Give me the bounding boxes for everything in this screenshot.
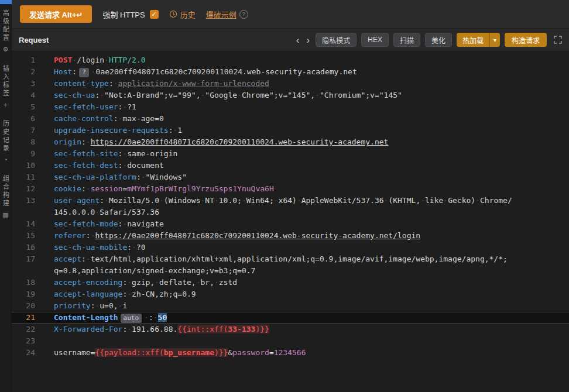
editor-row[interactable]: 17accept:·text/html,application/xhtml+xm…	[12, 253, 569, 265]
inline-badge[interactable]: ?	[79, 68, 89, 77]
chevron-left-icon[interactable]: ‹	[295, 35, 301, 45]
editor-row[interactable]: 145.0.0.0·Safari/537.36	[12, 207, 569, 218]
hot-reload-label: 热加载	[457, 35, 489, 45]
code-segment: sec-fetch-dest	[54, 161, 118, 170]
editor-row[interactable]: 9sec-fetch-site:·same-origin	[12, 148, 569, 160]
editor-row[interactable]: 4sec-ch-ua:·"Not:A-Brand";v="99",·"Googl…	[12, 90, 569, 101]
editor-row[interactable]: 19accept-language:·zh-CN,zh;q=0.9	[12, 288, 569, 300]
editor-row[interactable]: 15referer:·https://0ae200ff048071c6820c7…	[12, 230, 569, 242]
editor-row[interactable]: 22X-Forwarded-For:·191.66.88.{{int::xff(…	[12, 324, 569, 335]
code-segment: document	[127, 161, 164, 170]
line-number: 7	[12, 125, 42, 136]
code-segment: accept-encoding	[54, 278, 122, 287]
code-segment: HTTP/2.0	[109, 56, 146, 64]
force-https-toggle[interactable]: 强制 HTTPS ✓	[102, 9, 158, 20]
editor-row[interactable]: 20priority:·u=0,·i	[12, 300, 569, 312]
privacy-mode-button[interactable]: 隐私模式	[316, 33, 357, 47]
editor-row[interactable]: 13user-agent:·Mozilla/5.0·(Windows·NT·10…	[12, 195, 569, 207]
code-segment: username	[54, 348, 91, 357]
line-number: 15	[12, 230, 42, 242]
code-segment: https://0ae200ff048071c6820c709200110024…	[91, 137, 389, 146]
code-segment: 1	[177, 126, 182, 135]
editor-row[interactable]: q=0.8,application/signed-exchange;v=b3;q…	[12, 265, 569, 277]
line-number: 1	[12, 54, 42, 66]
code-segment: ·:·	[144, 313, 157, 322]
code-segment: :·	[127, 243, 136, 252]
gear-icon: ⚙	[3, 46, 9, 53]
editor-row[interactable]: 14sec-fetch-mode:·navigate	[12, 218, 569, 230]
send-request-button[interactable]: 发送请求 Alt+↵	[20, 5, 92, 23]
sidebar-tab-label: 插入标签	[1, 65, 11, 98]
checkbox-checked-icon[interactable]: ✓	[150, 10, 159, 19]
request-editor[interactable]: 1POST·/login·HTTP/2.02Host:?·0ae200ff048…	[12, 51, 569, 392]
code-segment: sec-ch-ua-mobile	[54, 243, 127, 252]
main-panel: 发送请求 Alt+↵ 强制 HTTPS ✓ 历史 爆破示例 ? Request …	[12, 0, 569, 392]
code-segment: "Windows"	[146, 173, 187, 181]
code-segment: :·	[169, 126, 178, 135]
chevron-right-icon[interactable]: ›	[306, 35, 311, 45]
code-segment: :·	[122, 278, 132, 287]
editor-row[interactable]: 21Content-Lengthauto·:·50	[12, 312, 569, 324]
code-segment: ?1	[127, 102, 136, 111]
editor-controls: ‹ › 隐私模式HEX扫描美化 热加载 ▾ 构造请求	[295, 33, 562, 47]
active-tab-indicator	[0, 0, 12, 4]
editor-row[interactable]: 1POST·/login·HTTP/2.0	[12, 54, 569, 66]
inline-badge[interactable]: auto	[121, 314, 142, 323]
code-segment: 191.66.88.	[132, 325, 177, 333]
editor-row[interactable]: 2Host:?·0ae200ff048071c6820c709200110024…	[12, 66, 569, 78]
code-segment: priority	[54, 301, 91, 310]
code-segment: user-agent	[54, 196, 100, 205]
build-icon: ▦	[2, 211, 8, 219]
code-segment: sec-ch-ua	[54, 91, 95, 99]
hex-button[interactable]: HEX	[361, 33, 389, 47]
code-segment: X-Forwarded-For	[54, 325, 122, 333]
code-segment: Host	[54, 67, 72, 76]
editor-row[interactable]: 5sec-fetch-user:·?1	[12, 101, 569, 113]
help-icon[interactable]: ?	[239, 10, 248, 19]
code-segment: origin	[54, 137, 81, 146]
code-segment: accept	[54, 255, 81, 263]
code-segment: :·	[91, 301, 100, 310]
code-segment: content-type	[54, 79, 109, 88]
code-segment: navigate	[127, 219, 164, 228]
sidebar-tab-advanced-config[interactable]: 高级配置⚙	[1, 9, 11, 53]
code-segment: gzip,·deflate,·br,·zstd	[132, 278, 237, 287]
editor-row[interactable]: 3content-type:·application/x-www-form-ur…	[12, 78, 569, 90]
code-segment: :·	[86, 231, 95, 240]
fuzz-tag: bp_username	[164, 348, 214, 357]
fullscreen-icon[interactable]	[554, 36, 562, 44]
fuzz-tag: 33-133	[228, 325, 255, 333]
line-number: 8	[12, 136, 42, 148]
scan-button[interactable]: 扫描	[393, 33, 420, 47]
editor-row[interactable]: 8origin:·https://0ae200ff048071c6820c709…	[12, 136, 569, 148]
blast-example-link[interactable]: 爆破示例 ?	[206, 9, 248, 20]
editor-row[interactable]: 12cookie:·session=mMYmf1pBrWIrgl9YrzuSsp…	[12, 183, 569, 195]
top-toolbar: 发送请求 Alt+↵ 强制 HTTPS ✓ 历史 爆破示例 ?	[12, 0, 569, 29]
sidebar-tab-history[interactable]: 历史记录◔	[1, 120, 11, 163]
tag-icon: +	[4, 101, 7, 108]
editor-row[interactable]: 23	[12, 335, 569, 347]
editor-row[interactable]: 11sec-ch-ua-platform:·"Windows"	[12, 171, 569, 183]
hot-reload-button[interactable]: 热加载 ▾	[457, 33, 500, 47]
editor-row[interactable]: 6cache-control:·max-age=0	[12, 113, 569, 125]
sidebar-tab-insert-tag[interactable]: 插入标签+	[1, 65, 11, 108]
line-number: 24	[12, 347, 42, 359]
sidebar-tab-build[interactable]: 组合构建▦	[1, 175, 11, 219]
code-segment: ·0ae200ff048071c6820c709200110024.web-se…	[91, 67, 357, 76]
editor-row[interactable]: 10sec-fetch-dest:·document	[12, 160, 569, 171]
line-number: 10	[12, 160, 42, 171]
editor-row[interactable]: 7upgrade-insecure-requests:·1	[12, 125, 569, 136]
construct-request-button[interactable]: 构造请求	[505, 33, 547, 47]
history-button[interactable]: 历史	[169, 9, 196, 20]
code-segment: :·	[81, 137, 91, 146]
editor-row[interactable]: 18accept-encoding:·gzip,·deflate,·br,·zs…	[12, 277, 569, 288]
code-segment: :·	[100, 196, 109, 205]
line-number: 23	[12, 335, 42, 347]
code-segment: upgrade-insecure-requests	[54, 126, 169, 135]
editor-row[interactable]: 16sec-ch-ua-mobile:·?0	[12, 242, 569, 253]
beautify-button[interactable]: 美化	[425, 33, 452, 47]
chevron-down-icon[interactable]: ▾	[489, 33, 500, 47]
editor-row[interactable]: 24username={{payload::xff(bp_username)}}…	[12, 347, 569, 359]
code-segment: :·	[81, 184, 91, 193]
line-number: 20	[12, 300, 42, 312]
